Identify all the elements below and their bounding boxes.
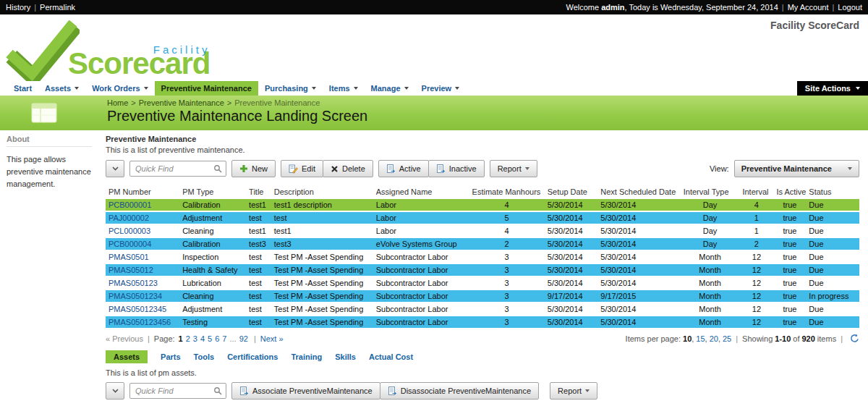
detail-tabs: Assets Parts Tools Certifications Traini…: [106, 350, 859, 363]
pm-number-link[interactable]: PCB000001: [109, 200, 151, 209]
nav-item-preventive-maintenance[interactable]: Preventive Maintenance: [155, 81, 258, 96]
report-button[interactable]: Report: [490, 160, 537, 177]
tab-tools[interactable]: Tools: [194, 352, 215, 361]
cell-interval-type: Day: [681, 199, 740, 211]
tab-training[interactable]: Training: [291, 352, 322, 361]
breadcrumb-preventive-maintenance[interactable]: Preventive Maintenance: [139, 98, 224, 107]
pagination-bar: « Previous | Page: 1 2 3 4 5 6 7 ... 92 …: [106, 334, 859, 343]
nav-item-start[interactable]: Start: [7, 81, 38, 96]
pm-number-link[interactable]: PCL000003: [109, 227, 150, 235]
cell-is-active: true: [773, 276, 806, 290]
active-button[interactable]: Active: [378, 160, 429, 177]
page-link[interactable]: 3: [193, 334, 197, 343]
breadcrumb-home[interactable]: Home: [107, 98, 128, 107]
assets-report-button[interactable]: Report: [550, 382, 597, 400]
per-page-option[interactable]: 20: [710, 334, 718, 343]
chevron-down-icon: [75, 87, 79, 90]
per-page-option[interactable]: 25: [723, 334, 731, 343]
tab-parts[interactable]: Parts: [161, 352, 181, 361]
delete-button[interactable]: Delete: [323, 160, 373, 177]
table-row[interactable]: PMAS050123LubricationtestTest PM -Asset …: [106, 276, 859, 290]
column-header-estimate-manhours: Estimate Manhours: [469, 185, 545, 199]
table-row[interactable]: PCB000004Calibrationtest3test3eVolve Sys…: [106, 237, 859, 250]
cell-estimate-manhours: 4: [469, 224, 545, 237]
per-page-option[interactable]: 15: [696, 334, 705, 343]
pm-number-link[interactable]: PAJ000002: [109, 214, 149, 222]
nav-item-purchasing[interactable]: Purchasing: [258, 81, 323, 96]
nav-item-assets[interactable]: Assets: [38, 81, 85, 96]
page-link[interactable]: 4: [200, 334, 205, 343]
nav-label: Work Orders: [92, 84, 140, 93]
cell-pm-number: PMAS050123: [106, 276, 179, 290]
page-link[interactable]: 2: [186, 334, 190, 343]
nav-item-preview[interactable]: Preview: [415, 81, 467, 96]
nav-item-items[interactable]: Items: [323, 81, 365, 96]
assets-quick-find-input[interactable]: [134, 386, 213, 396]
previous-page-link[interactable]: « Previous: [106, 334, 143, 343]
table-row[interactable]: PMAS0501InspectiontestTest PM -Asset Spe…: [106, 250, 859, 263]
cell-pm-number: PMAS05012345: [106, 303, 179, 316]
cell-estimate-manhours: 3: [469, 316, 545, 329]
pm-number-link[interactable]: PCB000004: [109, 240, 151, 248]
nav-item-work-orders[interactable]: Work Orders: [85, 81, 154, 96]
table-row[interactable]: PMAS050123456TestingtestTest PM -Asset S…: [106, 316, 859, 329]
cell-pm-type: Calibration: [179, 199, 246, 211]
assets-filter-dropdown-button[interactable]: [106, 382, 124, 400]
table-row[interactable]: PMAS05012Health & SafetytestTest PM -Ass…: [106, 263, 859, 276]
table-row[interactable]: PMAS0501234CleaningtestTest PM -Asset Sp…: [106, 290, 859, 303]
active-button-label: Active: [399, 164, 421, 173]
my-account-link[interactable]: My Account: [788, 3, 829, 12]
pm-number-link[interactable]: PMAS050123: [109, 279, 158, 287]
edit-button[interactable]: Edit: [281, 160, 323, 177]
associate-group: Associate PreventiveMaintenance Disassoc…: [231, 382, 539, 400]
cell-pm-number: PCB000004: [106, 237, 179, 250]
column-header-interval-type: Interval Type: [681, 185, 740, 199]
pm-number-link[interactable]: PMAS0501: [109, 253, 149, 261]
plus-icon: [239, 164, 248, 173]
filter-dropdown-button[interactable]: [106, 160, 124, 177]
pm-number-link[interactable]: PMAS050123456: [109, 318, 171, 326]
comma: ,: [718, 334, 720, 343]
chevron-down-icon: [525, 167, 529, 170]
tab-actual-cost[interactable]: Actual Cost: [369, 352, 413, 361]
cell-title: test3: [246, 237, 271, 250]
pm-number-link[interactable]: PMAS0501234: [109, 292, 162, 300]
chevron-down-icon: [848, 167, 852, 170]
disassociate-button[interactable]: Disassociate PreventiveMaintenance: [380, 382, 539, 400]
cell-status: Due: [806, 316, 859, 329]
view-selector-wrap: View: Preventive Maintenance: [710, 160, 859, 177]
inactive-button[interactable]: Inactive: [428, 160, 485, 177]
page-link[interactable]: 7: [222, 334, 226, 343]
history-link[interactable]: History: [6, 3, 30, 12]
tab-certifications[interactable]: Certifications: [227, 352, 278, 361]
cell-interval: 1: [739, 224, 773, 237]
next-page-link[interactable]: Next »: [260, 334, 284, 343]
page-link[interactable]: 6: [215, 334, 219, 343]
cell-setup-date: 5/30/2014: [545, 263, 598, 276]
refresh-button[interactable]: [850, 334, 859, 343]
table-row[interactable]: PAJ000002AdjustmenttesttestLabor55/30/20…: [106, 211, 859, 224]
content-area: About This page allows preventive mainte…: [0, 130, 868, 400]
last-page-link[interactable]: 92: [239, 334, 248, 343]
tab-skills[interactable]: Skills: [335, 352, 356, 361]
cell-status: Due: [806, 250, 859, 263]
permalink-link[interactable]: Permalink: [40, 3, 75, 12]
nav-item-manage[interactable]: Manage: [365, 81, 415, 96]
site-actions-button[interactable]: Site Actions: [797, 81, 868, 96]
table-row[interactable]: PCB000001Calibrationtest1test1 descripti…: [106, 199, 859, 211]
showing-items: items: [817, 334, 836, 343]
page-link[interactable]: 5: [208, 334, 212, 343]
tab-assets[interactable]: Assets: [106, 350, 148, 363]
cell-next-scheduled-date: 5/30/2014: [597, 199, 680, 211]
table-row[interactable]: PMAS05012345AdjustmenttestTest PM -Asset…: [106, 303, 859, 316]
pm-number-link[interactable]: PMAS05012345: [109, 305, 166, 313]
new-button[interactable]: New: [231, 160, 276, 177]
chevron-down-icon: [354, 87, 358, 90]
table-row[interactable]: PCL000003Cleaningtest1test1Labor45/30/20…: [106, 224, 859, 237]
cell-estimate-manhours: 4: [469, 199, 545, 211]
view-select[interactable]: Preventive Maintenance: [734, 160, 859, 177]
associate-button[interactable]: Associate PreventiveMaintenance: [231, 382, 380, 400]
logout-link[interactable]: Logout: [838, 3, 862, 12]
quick-find-input[interactable]: [134, 164, 213, 174]
pm-number-link[interactable]: PMAS05012: [109, 266, 153, 274]
